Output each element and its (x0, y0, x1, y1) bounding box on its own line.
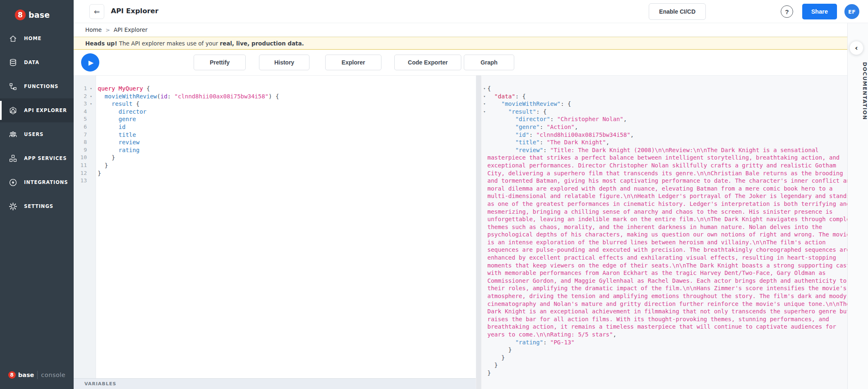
line-number: 11 (74, 162, 87, 169)
response-line: "genre": "Action", (482, 123, 856, 131)
sidebar-item-integrations[interactable]: INTEGRATIONS (0, 170, 74, 194)
share-button[interactable]: Share (802, 4, 837, 19)
sidebar-item-label: SETTINGS (24, 203, 53, 209)
variables-panel-toggle[interactable]: VARIABLES (74, 378, 476, 389)
json-text: } (487, 346, 856, 354)
sidebar-item-data[interactable]: DATA (0, 50, 74, 74)
sidebar-item-settings[interactable]: SETTINGS (0, 194, 74, 218)
toolbar-button-history[interactable]: History (259, 55, 309, 70)
fold-toggle-icon[interactable]: ▾ (482, 85, 487, 93)
code-text: result { (98, 100, 139, 108)
console-8-icon: 8 (8, 371, 16, 379)
chevron-left-icon: ‹ (855, 43, 858, 52)
sidebar-item-users[interactable]: USERS (0, 122, 74, 146)
fold-toggle-icon (482, 354, 487, 362)
fold-toggle-icon[interactable]: ▾ (87, 93, 95, 100)
fold-toggle-icon (87, 154, 95, 162)
editor-line: 8 review (74, 138, 476, 146)
avatar[interactable]: EF (844, 4, 859, 19)
fold-toggle-icon (87, 131, 95, 139)
response-line: ▾ "result": { (482, 108, 856, 116)
sidebar-item-label: API EXPLORER (24, 107, 67, 113)
response-line: ▾{ (482, 85, 856, 93)
documentation-expand-button[interactable]: ‹ (849, 41, 863, 55)
json-text: } (487, 361, 856, 369)
code-text: rating (98, 146, 139, 154)
code-text: genre (98, 115, 136, 123)
response-line: "id": "clnnd8hii00ax08i75bw34i58", (482, 131, 856, 139)
sidebar-item-app-services[interactable]: APP SERVICES (0, 146, 74, 170)
console-divider (37, 371, 38, 379)
fold-toggle-icon (482, 339, 487, 346)
fold-toggle-icon (87, 123, 95, 131)
fold-toggle-icon[interactable]: ▾ (482, 93, 487, 100)
brand-logo[interactable]: 8 base (0, 0, 74, 23)
line-number: 8 (74, 138, 87, 146)
sidebar-item-api-explorer[interactable]: API EXPLORER (0, 98, 74, 122)
fold-toggle-icon (87, 108, 95, 116)
pane-resize-handle[interactable] (476, 75, 482, 389)
editor-line: 2▾ movieWithReview(id: "clnnd8hii00ax08i… (74, 93, 476, 100)
code-text: } (98, 162, 108, 169)
fold-toggle-icon[interactable]: ▾ (87, 100, 95, 108)
line-number: 5 (74, 115, 87, 123)
fold-toggle-icon[interactable]: ▾ (87, 85, 95, 93)
top-bar: ⇐ API Explorer Enable CI/CD ? Share EF (74, 0, 868, 23)
collapse-sidebar-button[interactable]: ⇐ (89, 4, 104, 19)
console-logo: 8 base console (0, 371, 74, 379)
editor-line: 11 } (74, 162, 476, 169)
fold-toggle-icon (482, 138, 487, 146)
sidebar-item-label: INTEGRATIONS (24, 179, 68, 185)
line-number: 12 (74, 169, 87, 177)
response-line: "review": "Title: The Dark Knight (2008)… (482, 146, 856, 339)
fold-toggle-icon[interactable]: ▾ (482, 108, 487, 116)
documentation-tab[interactable]: DOCUMENTATION (848, 62, 868, 120)
console-base-text: base (18, 372, 34, 378)
line-number: 7 (74, 131, 87, 139)
execute-query-button[interactable]: ▶ (81, 53, 99, 72)
response-line: } (482, 346, 856, 354)
page-title: API Explorer (111, 7, 158, 15)
response-line: "rating": "PG-13" (482, 339, 856, 346)
line-number: 2 (74, 93, 87, 100)
sidebar-item-home[interactable]: HOME (0, 26, 74, 50)
response-viewer: ▾{▾ "data": {▾ "movieWithReview": {▾ "re… (482, 75, 868, 389)
sidebar-item-label: FUNCTIONS (24, 84, 58, 89)
editor-line: 1▾query MyQuery { (74, 85, 476, 93)
banner-emphasis: real, live, production data. (220, 40, 304, 47)
integrations-bolt-icon (8, 178, 17, 187)
toolbar-button-code-exporter[interactable]: Code Exporter (394, 55, 461, 70)
response-line: } (482, 369, 856, 377)
editor-line: 9 rating (74, 146, 476, 154)
enable-cicd-button[interactable]: Enable CI/CD (649, 3, 706, 20)
editor-code: 1▾query MyQuery {2▾ movieWithReview(id: … (74, 85, 476, 185)
breadcrumb-home[interactable]: Home (85, 26, 102, 33)
line-number: 3 (74, 100, 87, 108)
editor-line: 13 (74, 177, 476, 185)
sidebar-nav: HOMEDATAFUNCTIONSAPI EXPLORERUSERSAPP SE… (0, 26, 74, 218)
help-icon[interactable]: ? (781, 5, 793, 18)
collapse-sidebar-icon: ⇐ (94, 7, 100, 16)
sidebar-item-functions[interactable]: FUNCTIONS (0, 74, 74, 98)
line-number: 6 (74, 123, 87, 131)
toolbar-button-explorer[interactable]: Explorer (325, 55, 381, 70)
code-text: } (98, 169, 101, 177)
sidebar-item-label: DATA (24, 60, 39, 65)
code-text: title (98, 131, 136, 139)
code-text: id (98, 123, 125, 131)
response-json: ▾{▾ "data": {▾ "movieWithReview": {▾ "re… (482, 85, 856, 377)
response-line: "director": "Christopher Nolan", (482, 115, 856, 123)
response-line: } (482, 354, 856, 362)
line-number: 1 (74, 85, 87, 93)
toolbar-button-graph[interactable]: Graph (464, 55, 514, 70)
fold-toggle-icon (482, 361, 487, 369)
response-line: ▾ "data": { (482, 93, 856, 100)
code-text: director (98, 108, 146, 116)
toolbar-button-prettify[interactable]: Prettify (194, 55, 246, 70)
fold-toggle-icon[interactable]: ▾ (482, 100, 487, 108)
brand-name: base (29, 10, 50, 19)
json-text: "rating": "PG-13" (487, 339, 856, 346)
query-editor[interactable]: 1▾query MyQuery {2▾ movieWithReview(id: … (74, 75, 476, 378)
editor-line: 12} (74, 169, 476, 177)
json-text: "id": "clnnd8hii00ax08i75bw34i58", (487, 131, 856, 139)
